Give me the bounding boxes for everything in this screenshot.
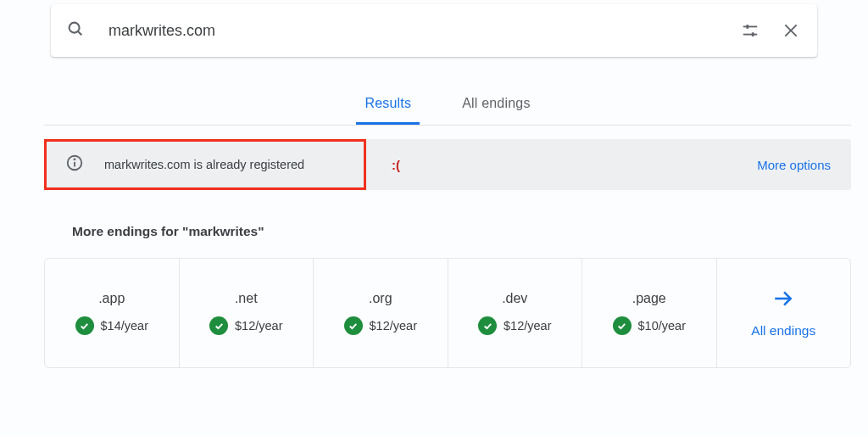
ending-name: .net	[235, 291, 258, 306]
ending-net[interactable]: .net $12/year	[180, 259, 314, 367]
svg-point-10	[74, 159, 75, 159]
check-icon	[209, 316, 228, 335]
ending-name: .org	[369, 291, 392, 306]
all-endings-cell[interactable]: All endings	[717, 259, 851, 367]
ending-price-row: $10/year	[613, 316, 686, 335]
status-registered-box: markwrites.com is already registered	[44, 139, 366, 190]
info-icon	[65, 154, 84, 176]
ending-price-row: $14/year	[75, 316, 148, 335]
ending-price: $12/year	[504, 319, 551, 333]
ending-price-row: $12/year	[209, 316, 282, 335]
ending-price: $12/year	[370, 319, 417, 333]
tab-results[interactable]: Results	[356, 96, 420, 125]
ending-app[interactable]: .app $14/year	[45, 259, 180, 367]
ending-org[interactable]: .org $12/year	[314, 259, 448, 367]
svg-line-1	[78, 31, 81, 35]
endings-grid: .app $14/year .net $12/year .org $12/yea…	[44, 258, 851, 368]
all-endings-label: All endings	[751, 323, 815, 338]
svg-rect-5	[752, 32, 754, 36]
status-message: markwrites.com is already registered	[104, 158, 304, 171]
ending-price-row: $12/year	[344, 316, 417, 335]
check-icon	[478, 316, 497, 335]
search-icon	[66, 20, 85, 42]
ending-name: .app	[98, 291, 125, 306]
search-bar	[51, 4, 817, 57]
check-icon	[344, 316, 363, 335]
svg-rect-4	[746, 25, 748, 29]
more-endings-heading: More endings for "markwrites"	[72, 224, 868, 239]
ending-name: .page	[632, 291, 666, 306]
tab-all-endings[interactable]: All endings	[453, 96, 538, 125]
check-icon	[75, 316, 94, 335]
ending-price-row: $12/year	[478, 316, 551, 335]
close-icon[interactable]	[780, 20, 802, 42]
sad-face: :(	[392, 158, 400, 172]
ending-page[interactable]: .page $10/year	[582, 259, 717, 367]
check-icon	[613, 316, 632, 335]
svg-point-0	[70, 23, 80, 33]
status-banner: markwrites.com is already registered :( …	[44, 139, 851, 190]
search-input[interactable]	[108, 22, 715, 40]
ending-price: $10/year	[638, 319, 686, 333]
ending-name: .dev	[502, 291, 527, 306]
tune-icon[interactable]	[739, 20, 761, 42]
ending-price: $14/year	[101, 319, 148, 333]
more-options-link[interactable]: More options	[757, 158, 831, 172]
ending-price: $12/year	[235, 319, 282, 333]
tabs: Results All endings	[44, 96, 851, 126]
ending-dev[interactable]: .dev $12/year	[448, 259, 583, 367]
arrow-right-icon	[772, 288, 794, 313]
